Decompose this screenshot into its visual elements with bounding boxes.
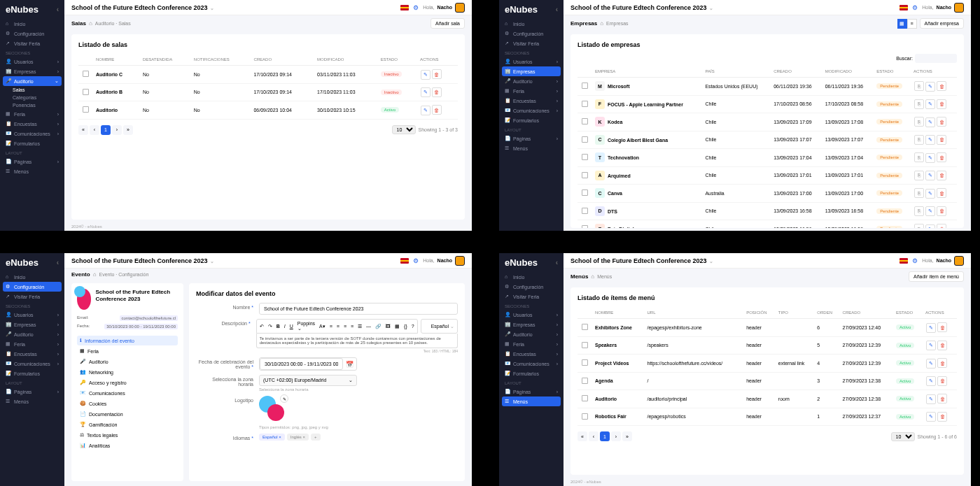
delete-button[interactable]: 🗑 [937,341,947,350]
nav-inicio[interactable]: ⌂Inicio [0,19,64,29]
edit-button[interactable]: ✎ [926,341,936,350]
timezone-select[interactable]: (UTC +02:00) Europe/Madrid⌄ [259,375,357,386]
copy-button[interactable]: ⎘ [914,117,924,127]
add-sala-button[interactable]: Añadir sala [430,18,465,29]
nav-config[interactable]: ⚙Configuración [3,282,62,292]
edit-button[interactable]: ✎ [925,135,935,145]
delete-button[interactable]: 🗑 [937,376,947,386]
desc-lang-select[interactable]: Español⌄ [421,319,458,334]
event-side-nav-item[interactable]: 👥Networking [77,367,178,377]
copy-button[interactable]: ⎘ [914,171,924,180]
copy-button[interactable]: ⎘ [914,152,924,162]
event-side-nav-item[interactable]: 🏆Gamificación [77,420,178,429]
copy-button[interactable]: ⎘ [914,206,924,216]
delete-button[interactable]: 🗑 [937,206,946,216]
home-icon[interactable]: ⌂ [89,20,92,27]
edit-button[interactable]: ✎ [925,153,935,163]
pag-last[interactable]: » [123,125,133,135]
search-input[interactable] [915,54,957,63]
delete-button[interactable]: 🗑 [937,135,946,145]
edit-button[interactable]: ✎ [925,206,935,216]
event-side-nav-item[interactable]: 📊Analíticas [77,441,178,450]
event-side-nav-item[interactable]: ℹInformación del evento [77,336,178,345]
delete-button[interactable]: 🗑 [937,81,946,91]
delete-button[interactable]: 🗑 [937,188,946,198]
nav-formularios[interactable]: 📝Formularios [0,138,64,148]
nav-encuestas[interactable]: 📋Encuestas› [0,119,64,129]
edit-button[interactable]: ✎ [925,189,935,199]
nav-salas[interactable]: Salas [0,86,64,94]
edit-logo-button[interactable]: ✎ [280,394,288,403]
edit-button[interactable]: ✎ [421,87,430,97]
event-side-nav-item[interactable]: ⚖Textos legales [77,430,178,440]
copy-button[interactable]: ⎘ [914,99,924,109]
lang-en-tag[interactable]: Inglés × [287,434,309,441]
edit-button[interactable]: ✎ [926,412,936,422]
edit-button[interactable]: ✎ [926,323,936,333]
copy-button[interactable]: ⎘ [914,188,924,198]
row-checkbox[interactable] [83,106,89,113]
nav-menus[interactable]: ☰Menús [502,396,561,406]
edit-button[interactable]: ✎ [926,359,936,369]
delete-button[interactable]: 🗑 [937,358,947,368]
edit-button[interactable]: ✎ [926,394,936,404]
nav-ponencias[interactable]: Ponencias [0,101,64,109]
delete-button[interactable]: 🗑 [937,224,946,228]
copy-button[interactable]: ⎘ [914,135,924,145]
delete-button[interactable]: 🗑 [432,87,442,97]
edit-button[interactable]: ✎ [925,171,935,180]
delete-button[interactable]: 🗑 [937,117,946,127]
event-side-nav-item[interactable]: 🎤Auditorio [77,357,178,366]
delete-button[interactable]: 🗑 [937,412,947,422]
fecha-input[interactable]: 📅 [259,357,357,371]
nav-visitar[interactable]: ↗Visitar Feria [0,38,64,48]
event-side-nav-item[interactable]: 🔑Acceso y registro [77,378,178,387]
pag-first[interactable]: « [78,125,88,135]
gear-icon[interactable]: ⚙ [413,4,419,11]
nav-comunicaciones[interactable]: 📧Comunicaciones› [0,129,64,138]
nav-usuarios[interactable]: 👤Usuarios› [0,57,64,66]
view-grid[interactable]: ▦ [897,19,907,29]
event-side-nav-item[interactable]: 📄Documentación [77,409,178,419]
description-editor[interactable]: Te invitamos a ser parte de la tercera v… [256,334,458,348]
nav-config[interactable]: ⚙Configuración [0,29,64,38]
nav-menus[interactable]: ☰Menús [0,166,64,176]
nav-feria[interactable]: ▦Feria› [0,109,64,119]
delete-button[interactable]: 🗑 [432,69,442,79]
nav-empresas[interactable]: 🏢Empresas [502,66,561,76]
nav-auditorio[interactable]: 🎤Auditorio⌄ [3,76,62,86]
delete-button[interactable]: 🗑 [432,105,442,115]
edit-button[interactable]: ✎ [421,70,430,80]
view-list[interactable]: ≡ [907,19,917,29]
event-side-nav-item[interactable]: ▦Feria [77,346,178,356]
chevron-down-icon[interactable]: ⌄ [210,6,214,10]
pag-prev[interactable]: ‹ [90,125,99,135]
add-lang-button[interactable]: + [311,434,321,441]
nav-empresas[interactable]: 🏢Empresas› [0,66,64,76]
event-side-nav-item[interactable]: 🍪Cookies [77,399,178,408]
copy-button[interactable]: ⎘ [914,224,924,228]
editor-toolbar[interactable]: ↶↷BIUPoppins ⌄A▾≡≡≡≡☰—🔗🖼▦{}? [256,319,418,334]
nav-paginas[interactable]: 📄Páginas› [0,157,64,166]
row-checkbox[interactable] [83,89,89,95]
lang-es-tag[interactable]: Español × [259,434,285,441]
nav-categorias[interactable]: Categorías [0,94,64,101]
event-side-nav-item[interactable]: 📧Comunicaciones [77,388,178,398]
pag-next[interactable]: › [112,125,122,135]
add-menu-item-button[interactable]: Añadir ítem de menú [909,271,964,282]
edit-button[interactable]: ✎ [925,82,935,92]
edit-button[interactable]: ✎ [925,117,935,127]
row-checkbox[interactable] [83,71,89,77]
delete-button[interactable]: 🗑 [937,152,946,162]
delete-button[interactable]: 🗑 [937,171,946,180]
edit-button[interactable]: ✎ [925,224,935,229]
copy-button[interactable]: ⎘ [914,81,924,91]
avatar[interactable] [455,3,465,13]
add-empresa-button[interactable]: Añadir empresa [920,18,964,29]
edit-button[interactable]: ✎ [421,106,430,115]
edit-button[interactable]: ✎ [925,99,935,109]
flag-es-icon[interactable] [400,5,409,10]
collapse-icon[interactable]: ‹ [57,6,59,13]
delete-button[interactable]: 🗑 [937,394,947,403]
pag-1[interactable]: 1 [101,125,111,135]
